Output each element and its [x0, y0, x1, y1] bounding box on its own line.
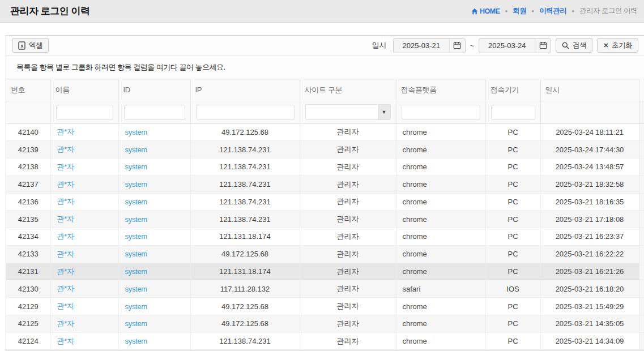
page-title: 관리자 로그인 이력 [10, 5, 89, 18]
calendar-icon[interactable] [449, 38, 465, 53]
cell-no: 42129 [6, 298, 50, 315]
platform-filter-input[interactable] [402, 105, 480, 120]
table-row[interactable]: 42129 관*자 system 49.172.125.68 관리자 chrom… [6, 298, 644, 315]
name-link[interactable]: 관*자 [57, 232, 74, 241]
search-button[interactable]: 검색 [556, 38, 592, 53]
cell-datetime: 2025-03-21 18:16:35 [540, 193, 639, 211]
name-link[interactable]: 관*자 [57, 127, 74, 136]
cell-platform: chrome [396, 315, 485, 332]
date-to-picker: 2025-03-24 [479, 38, 551, 53]
id-link[interactable]: system [125, 285, 147, 293]
cell-extra [639, 315, 644, 332]
column-header-no[interactable]: 번호 [6, 79, 50, 101]
search-icon [562, 42, 569, 49]
cell-extra [639, 159, 644, 176]
reset-button[interactable]: ✕ 초기화 [597, 38, 638, 53]
table-row[interactable]: 42134 관*자 system 121.131.18.174 관리자 chro… [6, 228, 644, 246]
name-link[interactable]: 관*자 [57, 302, 74, 310]
cell-site: 관리자 [300, 245, 396, 263]
cell-datetime: 2025-03-21 16:22:22 [540, 245, 639, 263]
column-header-extra [639, 79, 644, 101]
column-header-id[interactable]: ID [118, 79, 190, 101]
cell-device: PC [485, 298, 540, 315]
excel-export-button[interactable]: x 엑셀 [12, 38, 49, 53]
id-link[interactable]: system [125, 145, 147, 154]
table-row[interactable]: 42140 관*자 system 49.172.125.68 관리자 chrom… [6, 123, 644, 141]
id-link[interactable]: system [125, 215, 147, 224]
column-header-datetime[interactable]: 일시 [540, 79, 639, 101]
table-row[interactable]: 42131 관*자 system 121.131.18.174 관리자 chro… [6, 263, 644, 280]
id-link[interactable]: system [125, 128, 147, 136]
bullet-icon: ● [505, 9, 508, 14]
column-header-ip[interactable]: IP [190, 79, 300, 101]
id-link[interactable]: system [125, 180, 147, 189]
name-link[interactable]: 관*자 [57, 180, 74, 189]
id-link[interactable]: system [125, 337, 147, 345]
table-row[interactable]: 42139 관*자 system 121.138.74.231 관리자 chro… [6, 141, 644, 159]
table-row[interactable]: 42136 관*자 system 121.138.74.231 관리자 chro… [6, 193, 644, 211]
id-link[interactable]: system [125, 232, 147, 241]
cell-no: 42131 [6, 263, 50, 280]
device-filter-input[interactable] [491, 105, 535, 120]
breadcrumb-home-link[interactable]: HOME [471, 7, 500, 15]
cell-device: PC [485, 176, 540, 193]
id-link[interactable]: system [125, 319, 147, 328]
cell-extra [639, 332, 644, 350]
cell-platform: safari [396, 280, 485, 298]
table-row[interactable]: 42137 관*자 system 121.138.74.231 관리자 chro… [6, 176, 644, 193]
column-header-name[interactable]: 이름 [50, 79, 118, 101]
cell-device: PC [485, 141, 540, 159]
column-header-device[interactable]: 접속기기 [485, 79, 540, 101]
cell-no: 42140 [6, 123, 50, 141]
title-bar: 관리자 로그인 이력 HOME ● 회원 ● 이력관리 ● 관리자 로그인 이력 [0, 0, 644, 23]
close-icon: ✕ [603, 42, 608, 49]
cell-site: 관리자 [300, 263, 396, 280]
id-link[interactable]: system [125, 198, 147, 206]
name-link[interactable]: 관*자 [57, 284, 74, 293]
table-row[interactable]: 42124 관*자 system 121.138.74.231 관리자 chro… [6, 332, 644, 350]
cell-platform: chrome [396, 228, 485, 246]
id-link[interactable]: system [125, 162, 147, 171]
column-header-platform[interactable]: 접속플랫폼 [396, 79, 485, 101]
cell-platform: chrome [396, 245, 485, 263]
cell-device: PC [485, 263, 540, 280]
breadcrumb-item-history[interactable]: 이력관리 [539, 6, 566, 16]
name-link[interactable]: 관*자 [57, 250, 74, 258]
content-panel: x 엑셀 일시 2025-03-21 ~ 20 [6, 35, 644, 351]
name-link[interactable]: 관*자 [57, 215, 74, 223]
cell-no: 42135 [6, 211, 50, 228]
cell-ip: 49.172.125.68 [190, 245, 300, 263]
site-filter-select[interactable]: ▼ [305, 104, 391, 120]
grid-toolbar: x 엑셀 일시 2025-03-21 ~ 20 [6, 36, 644, 55]
no-filter-empty [6, 101, 50, 123]
name-link[interactable]: 관*자 [57, 162, 74, 171]
name-filter-input[interactable] [56, 105, 113, 120]
chevron-down-icon[interactable]: ▼ [378, 105, 390, 119]
date-from-value[interactable]: 2025-03-21 [394, 41, 449, 50]
name-link[interactable]: 관*자 [57, 319, 74, 328]
column-header-site[interactable]: 사이트 구분 [300, 79, 396, 101]
id-link[interactable]: system [125, 267, 147, 276]
cell-ip: 49.172.125.68 [190, 298, 300, 315]
id-link[interactable]: system [125, 250, 147, 258]
table-row[interactable]: 42125 관*자 system 49.172.125.68 관리자 chrom… [6, 315, 644, 332]
name-link[interactable]: 관*자 [57, 145, 74, 153]
name-link[interactable]: 관*자 [57, 267, 74, 276]
group-by-drop-zone[interactable]: 목록을 항목 별로 그룹화 하려면 항목 컬럼을 여기다 끌어 놓으세요. [6, 55, 644, 79]
cell-site: 관리자 [300, 332, 396, 350]
login-history-table: 번호이름IDIP사이트 구분접속플랫폼접속기기일시 ▼ 42140 관*자 sy… [6, 79, 644, 350]
table-row[interactable]: 42130 관*자 system 117.111.28.132 관리자 safa… [6, 280, 644, 298]
cell-site: 관리자 [300, 159, 396, 176]
name-link[interactable]: 관*자 [57, 197, 74, 206]
table-row[interactable]: 42138 관*자 system 121.138.74.231 관리자 chro… [6, 159, 644, 176]
name-link[interactable]: 관*자 [57, 337, 74, 345]
id-filter-input[interactable] [124, 105, 185, 120]
table-row[interactable]: 42133 관*자 system 49.172.125.68 관리자 chrom… [6, 245, 644, 263]
date-to-value[interactable]: 2025-03-24 [479, 41, 535, 50]
cell-datetime: 2025-03-21 18:32:58 [540, 176, 639, 193]
ip-filter-input[interactable] [196, 105, 295, 120]
breadcrumb-item-member[interactable]: 회원 [513, 6, 526, 16]
table-row[interactable]: 42135 관*자 system 121.138.74.231 관리자 chro… [6, 211, 644, 228]
calendar-icon[interactable] [535, 38, 551, 53]
id-link[interactable]: system [125, 302, 147, 311]
